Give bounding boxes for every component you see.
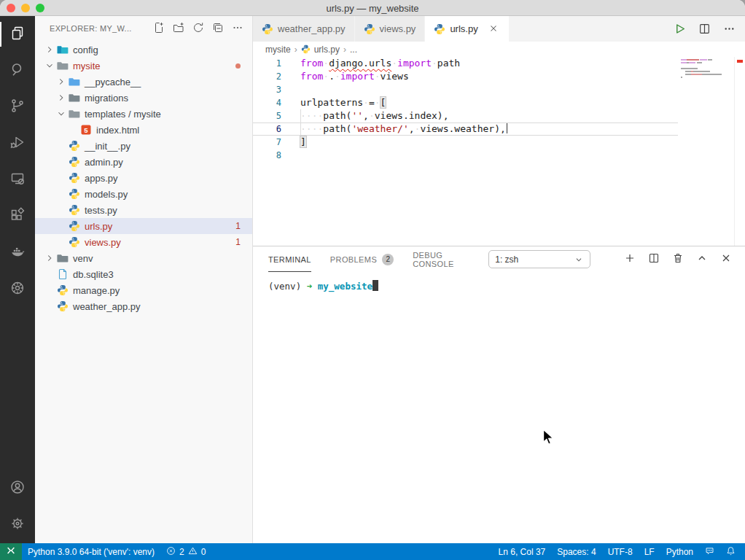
chevron-up-icon (696, 254, 708, 266)
whitespace-dots: · (323, 71, 329, 82)
tree-item-config[interactable]: config (35, 42, 252, 58)
panel-tab-problems[interactable]: PROBLEMS2 (330, 246, 394, 272)
zoom-window-button[interactable] (36, 4, 44, 12)
code-token: 'weather/' (351, 123, 408, 134)
run-icon (674, 25, 686, 37)
breadcrumb-item[interactable]: mysite (265, 44, 291, 55)
tree-item-__init__.py[interactable]: __init__.py (35, 138, 252, 154)
status-notifications[interactable] (720, 543, 741, 560)
tree-item-db.sqlite3[interactable]: db.sqlite3 (35, 266, 252, 282)
panel-tab-terminal[interactable]: TERMINAL (268, 246, 311, 272)
bell-icon (726, 546, 736, 558)
status-python-interpreter[interactable]: Python 3.9.0 64-bit ('venv': venv) (22, 543, 160, 560)
run-debug-icon (9, 133, 26, 154)
run-python-file-button[interactable] (674, 23, 687, 36)
terminal-shell-select[interactable]: 1: zsh (488, 250, 590, 268)
minimize-window-button[interactable] (21, 4, 30, 12)
activity-item-settings-sync[interactable] (0, 271, 35, 308)
status-eol[interactable]: LF (639, 543, 660, 560)
tab-weather_app.py[interactable]: weather_app.py (253, 16, 355, 42)
activity-item-search[interactable] (0, 52, 35, 89)
tree-item-weather_app.py[interactable]: weather_app.py (35, 298, 252, 314)
activity-item-extensions[interactable] (0, 198, 35, 235)
tree-item-migrations[interactable]: migrations (35, 90, 252, 106)
tree-item-templates-mysite[interactable]: templates / mysite (35, 106, 252, 122)
whitespace-dots: · (323, 58, 329, 69)
tree-indent-spacer (55, 236, 67, 248)
vscode-window: urls.py — my_website EXPLORER: MY_W... c… (0, 0, 745, 560)
tree-item-urls.py[interactable]: urls.py1 (35, 218, 252, 234)
status-cursor-position[interactable]: Ln 6, Col 37 (493, 543, 552, 560)
kill-terminal-button[interactable] (672, 252, 687, 267)
activity-item-remote-explorer[interactable] (0, 162, 35, 198)
new-file-button[interactable] (153, 22, 166, 35)
collapse-all-button[interactable] (212, 22, 225, 35)
more-actions-button[interactable] (723, 23, 736, 36)
status-feedback[interactable] (699, 543, 720, 560)
code-token: , (363, 110, 369, 121)
tab-urls.py[interactable]: urls.py (425, 16, 509, 42)
split-editor-button[interactable] (698, 23, 711, 36)
status-encoding[interactable]: UTF-8 (602, 543, 639, 560)
activity-item-source-control[interactable] (0, 89, 35, 125)
new-folder-button[interactable] (173, 22, 186, 35)
tree-item-mysite[interactable]: mysite (35, 58, 252, 74)
tree-item-label: venv (73, 253, 93, 264)
tree-item-label: tests.py (85, 205, 117, 216)
whitespace-dots: · (375, 71, 381, 82)
panel-tab-debug-console[interactable]: DEBUG CONSOLE (413, 246, 469, 272)
activity-item-accounts[interactable] (0, 470, 35, 507)
activity-item-run-and-debug[interactable] (0, 125, 35, 162)
chevron-right-icon (55, 76, 67, 88)
tree-item-views.py[interactable]: views.py1 (35, 234, 252, 250)
breadcrumb-separator: › (343, 44, 346, 55)
minimap-line (681, 62, 733, 63)
tree-item-tests.py[interactable]: tests.py (35, 202, 252, 218)
minimap[interactable] (681, 59, 733, 82)
error-ruler-mark (737, 60, 743, 63)
tree-item-venv[interactable]: venv (35, 250, 252, 266)
split-editor-icon (648, 254, 660, 266)
close-window-button[interactable] (7, 4, 15, 12)
overview-ruler (734, 57, 735, 246)
tree-item-__pycache__[interactable]: __pycache__ (35, 74, 252, 90)
tree-item-label: admin.py (85, 157, 123, 168)
maximize-panel-button[interactable] (696, 252, 711, 267)
status-problems[interactable]: 20 (160, 543, 211, 560)
tree-indent-spacer (44, 268, 55, 280)
refresh-button[interactable] (192, 22, 206, 35)
more-actions-button[interactable] (232, 22, 245, 35)
breadcrumb-item[interactable]: urls.py (314, 44, 340, 55)
feedback-icon (705, 546, 714, 558)
status-indentation[interactable]: Spaces: 4 (551, 543, 601, 560)
tree-item-manage.py[interactable]: manage.py (35, 282, 252, 298)
activity-item-docker[interactable] (0, 235, 35, 271)
terminal-prompt-line: (venv) ➜ my_website (268, 280, 745, 292)
activity-item-explorer[interactable] (0, 16, 35, 52)
search-icon (9, 61, 26, 81)
new-terminal-button[interactable] (624, 252, 639, 267)
tree-indent-spacer (67, 124, 79, 136)
status-language-mode[interactable]: Python (660, 543, 699, 560)
tree-indent-spacer (55, 204, 67, 216)
activity-item-manage[interactable] (0, 507, 35, 543)
tree-item-models.py[interactable]: models.py (35, 186, 252, 202)
code-editor[interactable]: 1from·django.urls·import·path2from·.·imp… (253, 57, 745, 246)
terminal[interactable]: (venv) ➜ my_website (253, 272, 745, 543)
tree-item-apps.py[interactable]: apps.py (35, 170, 252, 186)
tree-item-admin.py[interactable]: admin.py (35, 154, 252, 170)
close-tab-icon[interactable] (488, 23, 500, 35)
tab-views.py[interactable]: views.py (355, 16, 426, 42)
remote-indicator[interactable] (0, 543, 22, 560)
modified-dot (235, 63, 241, 69)
breadcrumb-item[interactable]: ... (350, 44, 357, 55)
line-number: 2 (253, 70, 281, 83)
docker-icon (9, 243, 26, 263)
status-label: Ln 6, Col 37 (499, 547, 546, 557)
split-terminal-button[interactable] (648, 252, 663, 267)
whitespace-dots: · (335, 71, 340, 82)
tree-item-index.html[interactable]: 5index.html (35, 122, 252, 138)
terminal-text: (venv) (268, 281, 307, 292)
code-line-8: 8 (253, 149, 678, 162)
close-panel-button[interactable] (720, 252, 735, 267)
